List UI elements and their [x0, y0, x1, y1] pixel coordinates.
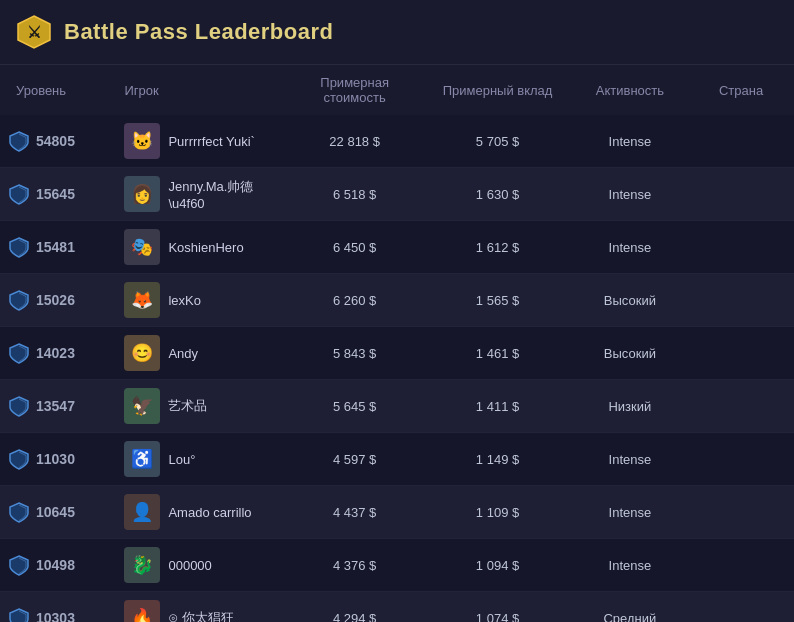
level-cell: 11030	[8, 448, 108, 470]
table-row: 10303 🔥 ⊙ 你太猖狂 4 294 $1 074 $Средний	[0, 592, 794, 623]
shield-icon	[8, 501, 30, 523]
leaderboard-table: Уровень Игрок Примерная стоимость Пример…	[0, 65, 794, 622]
approx-contribution: 5 705 $	[423, 115, 571, 168]
player-cell: 🎭 KoshienHero	[124, 229, 277, 265]
level-cell: 54805	[8, 130, 108, 152]
player-name: ⊙ 你太猖狂	[168, 609, 234, 622]
level-cell: 13547	[8, 395, 108, 417]
level-value: 10498	[36, 557, 75, 573]
activity: Высокий	[572, 327, 688, 380]
approx-contribution: 1 411 $	[423, 380, 571, 433]
player-name: lexKo	[168, 293, 201, 308]
col-level: Уровень	[0, 65, 116, 115]
shield-icon	[8, 554, 30, 576]
player-name: Purrrrfect Yuki`	[168, 134, 254, 149]
col-contribution: Примерный вклад	[423, 65, 571, 115]
country	[688, 592, 794, 623]
player-cell: 🦅 艺术品	[124, 388, 277, 424]
approx-cost: 4 597 $	[286, 433, 424, 486]
table-row: 10645 👤 Amado carrillo 4 437 $1 109 $Int…	[0, 486, 794, 539]
activity: Низкий	[572, 380, 688, 433]
activity: Intense	[572, 115, 688, 168]
activity: Intense	[572, 168, 688, 221]
table-row: 13547 🦅 艺术品 5 645 $1 411 $Низкий	[0, 380, 794, 433]
table-row: 14023 😊 Andy 5 843 $1 461 $Высокий	[0, 327, 794, 380]
avatar: 😊	[124, 335, 160, 371]
player-cell: 🦊 lexKo	[124, 282, 277, 318]
country	[688, 539, 794, 592]
level-cell: 15645	[8, 183, 108, 205]
country	[688, 327, 794, 380]
shield-icon	[8, 289, 30, 311]
approx-cost: 4 437 $	[286, 486, 424, 539]
table-container: Уровень Игрок Примерная стоимость Пример…	[0, 65, 794, 622]
player-name: Lou°	[168, 452, 195, 467]
player-cell: 👩 Jenny.Ma.帅德\u4f60	[124, 176, 277, 212]
country	[688, 221, 794, 274]
table-row: 15481 🎭 KoshienHero 6 450 $1 612 $Intens…	[0, 221, 794, 274]
approx-cost: 5 843 $	[286, 327, 424, 380]
approx-cost: 5 645 $	[286, 380, 424, 433]
approx-cost: 4 376 $	[286, 539, 424, 592]
col-country: Страна	[688, 65, 794, 115]
table-row: 11030 ♿ Lou° 4 597 $1 149 $Intense	[0, 433, 794, 486]
player-cell: 🐉 000000	[124, 547, 277, 583]
shield-icon	[8, 236, 30, 258]
activity: Intense	[572, 539, 688, 592]
level-cell: 10645	[8, 501, 108, 523]
country	[688, 486, 794, 539]
level-cell: 10303	[8, 607, 108, 622]
activity: Intense	[572, 433, 688, 486]
approx-cost: 6 518 $	[286, 168, 424, 221]
col-player: Игрок	[116, 65, 285, 115]
level-value: 15026	[36, 292, 75, 308]
battle-pass-logo: ⚔	[16, 14, 52, 50]
level-cell: 15481	[8, 236, 108, 258]
level-value: 15645	[36, 186, 75, 202]
player-name: Andy	[168, 346, 198, 361]
level-value: 54805	[36, 133, 75, 149]
approx-cost: 22 818 $	[286, 115, 424, 168]
level-value: 14023	[36, 345, 75, 361]
approx-cost: 6 450 $	[286, 221, 424, 274]
activity: Intense	[572, 486, 688, 539]
country	[688, 433, 794, 486]
player-name: 艺术品	[168, 397, 207, 415]
col-activity: Активность	[572, 65, 688, 115]
country	[688, 168, 794, 221]
player-name: KoshienHero	[168, 240, 243, 255]
approx-cost: 6 260 $	[286, 274, 424, 327]
level-cell: 15026	[8, 289, 108, 311]
activity: Средний	[572, 592, 688, 623]
level-value: 13547	[36, 398, 75, 414]
player-name: Jenny.Ma.帅德\u4f60	[168, 178, 277, 211]
level-cell: 10498	[8, 554, 108, 576]
approx-contribution: 1 094 $	[423, 539, 571, 592]
approx-contribution: 1 461 $	[423, 327, 571, 380]
page-title: Battle Pass Leaderboard	[64, 19, 333, 45]
country	[688, 380, 794, 433]
table-header-row: Уровень Игрок Примерная стоимость Пример…	[0, 65, 794, 115]
approx-contribution: 1 630 $	[423, 168, 571, 221]
table-row: 54805 🐱 Purrrrfect Yuki` 22 818 $5 705 $…	[0, 115, 794, 168]
level-value: 15481	[36, 239, 75, 255]
table-row: 10498 🐉 000000 4 376 $1 094 $Intense	[0, 539, 794, 592]
avatar: 👩	[124, 176, 160, 212]
approx-contribution: 1 565 $	[423, 274, 571, 327]
avatar: 🎭	[124, 229, 160, 265]
level-cell: 14023	[8, 342, 108, 364]
shield-icon	[8, 395, 30, 417]
player-cell: 😊 Andy	[124, 335, 277, 371]
shield-icon	[8, 342, 30, 364]
avatar: 🦅	[124, 388, 160, 424]
table-row: 15026 🦊 lexKo 6 260 $1 565 $Высокий	[0, 274, 794, 327]
avatar: 🐉	[124, 547, 160, 583]
approx-contribution: 1 109 $	[423, 486, 571, 539]
avatar: 🔥	[124, 600, 160, 622]
activity: Высокий	[572, 274, 688, 327]
svg-text:⚔: ⚔	[27, 24, 41, 41]
avatar: ♿	[124, 441, 160, 477]
shield-icon	[8, 607, 30, 622]
approx-contribution: 1 074 $	[423, 592, 571, 623]
col-cost: Примерная стоимость	[286, 65, 424, 115]
